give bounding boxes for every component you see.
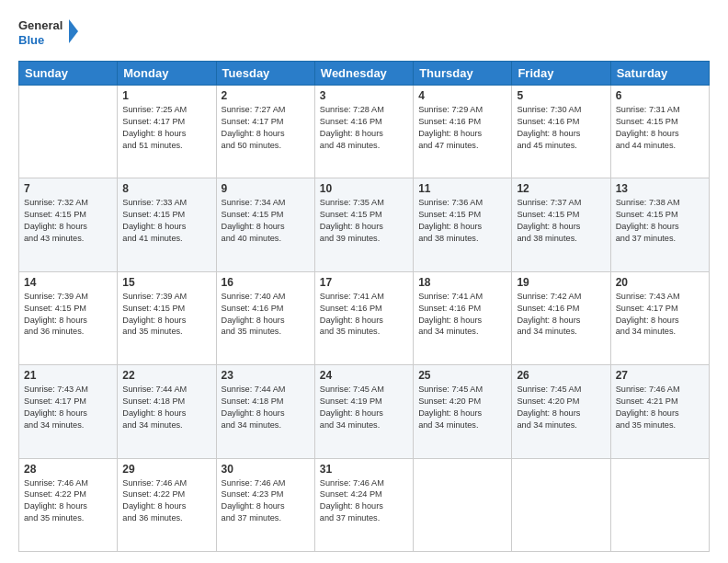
weekday-header-saturday: Saturday [610,62,709,86]
day-info: Sunrise: 7:44 AM Sunset: 4:18 PM Dayligh… [222,384,310,431]
day-number: 28 [24,463,112,476]
day-info: Sunrise: 7:43 AM Sunset: 4:17 PM Dayligh… [24,384,112,431]
weekday-header-sunday: Sunday [19,62,118,86]
calendar-week-row: 7Sunrise: 7:32 AM Sunset: 4:15 PM Daylig… [19,178,710,271]
day-info: Sunrise: 7:43 AM Sunset: 4:17 PM Dayligh… [616,291,704,339]
day-info: Sunrise: 7:42 AM Sunset: 4:16 PM Dayligh… [517,291,605,339]
day-info: Sunrise: 7:38 AM Sunset: 4:15 PM Dayligh… [616,197,704,245]
day-number: 7 [24,182,112,195]
calendar-cell [19,86,118,178]
calendar-cell: 7Sunrise: 7:32 AM Sunset: 4:15 PM Daylig… [19,178,118,271]
calendar-cell: 17Sunrise: 7:41 AM Sunset: 4:16 PM Dayli… [314,271,413,364]
calendar-cell: 13Sunrise: 7:38 AM Sunset: 4:15 PM Dayli… [610,178,709,271]
calendar-cell: 31Sunrise: 7:46 AM Sunset: 4:24 PM Dayli… [314,458,413,551]
day-info: Sunrise: 7:35 AM Sunset: 4:15 PM Dayligh… [320,197,408,245]
day-info: Sunrise: 7:46 AM Sunset: 4:24 PM Dayligh… [320,477,408,525]
calendar-cell: 21Sunrise: 7:43 AM Sunset: 4:17 PM Dayli… [19,365,118,458]
day-number: 13 [616,182,704,195]
calendar-cell: 24Sunrise: 7:45 AM Sunset: 4:19 PM Dayli… [314,365,413,458]
calendar-cell: 27Sunrise: 7:46 AM Sunset: 4:21 PM Dayli… [610,365,709,458]
day-info: Sunrise: 7:41 AM Sunset: 4:16 PM Dayligh… [320,291,408,339]
generalblue-logo: General Blue [18,15,83,52]
day-number: 14 [24,276,112,289]
day-info: Sunrise: 7:46 AM Sunset: 4:23 PM Dayligh… [222,477,310,525]
day-number: 16 [222,276,310,289]
day-number: 24 [320,369,408,382]
day-info: Sunrise: 7:45 AM Sunset: 4:19 PM Dayligh… [320,384,408,431]
calendar-table: SundayMondayTuesdayWednesdayThursdayFrid… [18,61,710,552]
day-info: Sunrise: 7:41 AM Sunset: 4:16 PM Dayligh… [418,291,506,339]
day-info: Sunrise: 7:30 AM Sunset: 4:16 PM Dayligh… [517,104,605,152]
day-number: 31 [320,463,408,476]
calendar-cell: 9Sunrise: 7:34 AM Sunset: 4:15 PM Daylig… [216,178,314,271]
svg-marker-2 [69,19,78,43]
day-number: 10 [320,182,408,195]
day-info: Sunrise: 7:45 AM Sunset: 4:20 PM Dayligh… [418,384,506,431]
calendar-cell: 2Sunrise: 7:27 AM Sunset: 4:17 PM Daylig… [216,86,314,178]
svg-text:General: General [18,18,63,32]
calendar-cell: 23Sunrise: 7:44 AM Sunset: 4:18 PM Dayli… [216,365,314,458]
day-info: Sunrise: 7:27 AM Sunset: 4:17 PM Dayligh… [222,104,310,152]
page: General Blue SundayMondayTuesdayWednesda… [0,0,728,563]
weekday-header-friday: Friday [512,62,610,86]
calendar-cell: 5Sunrise: 7:30 AM Sunset: 4:16 PM Daylig… [512,86,610,178]
day-number: 27 [616,369,704,382]
calendar-cell: 19Sunrise: 7:42 AM Sunset: 4:16 PM Dayli… [512,271,610,364]
calendar-cell: 29Sunrise: 7:46 AM Sunset: 4:22 PM Dayli… [118,458,216,551]
day-info: Sunrise: 7:31 AM Sunset: 4:15 PM Dayligh… [616,104,704,152]
weekday-header-monday: Monday [118,62,216,86]
calendar-cell: 28Sunrise: 7:46 AM Sunset: 4:22 PM Dayli… [19,458,118,551]
weekday-header-thursday: Thursday [414,62,512,86]
weekday-header-row: SundayMondayTuesdayWednesdayThursdayFrid… [19,62,710,86]
day-info: Sunrise: 7:40 AM Sunset: 4:16 PM Dayligh… [222,291,310,339]
calendar-cell: 1Sunrise: 7:25 AM Sunset: 4:17 PM Daylig… [118,86,216,178]
day-number: 25 [418,369,506,382]
day-number: 2 [222,89,310,102]
calendar-cell: 11Sunrise: 7:36 AM Sunset: 4:15 PM Dayli… [414,178,512,271]
calendar-cell: 18Sunrise: 7:41 AM Sunset: 4:16 PM Dayli… [414,271,512,364]
svg-text:Blue: Blue [18,33,44,47]
calendar-cell: 26Sunrise: 7:45 AM Sunset: 4:20 PM Dayli… [512,365,610,458]
day-number: 4 [418,89,506,102]
day-info: Sunrise: 7:32 AM Sunset: 4:15 PM Dayligh… [24,197,112,245]
calendar-cell: 8Sunrise: 7:33 AM Sunset: 4:15 PM Daylig… [118,178,216,271]
day-number: 17 [320,276,408,289]
day-number: 12 [517,182,605,195]
calendar-cell: 3Sunrise: 7:28 AM Sunset: 4:16 PM Daylig… [314,86,413,178]
day-info: Sunrise: 7:46 AM Sunset: 4:22 PM Dayligh… [24,477,112,525]
day-number: 15 [122,276,210,289]
calendar-cell: 30Sunrise: 7:46 AM Sunset: 4:23 PM Dayli… [216,458,314,551]
calendar-cell: 20Sunrise: 7:43 AM Sunset: 4:17 PM Dayli… [610,271,709,364]
logo: General Blue [18,15,83,52]
day-info: Sunrise: 7:25 AM Sunset: 4:17 PM Dayligh… [122,104,210,152]
calendar-week-row: 28Sunrise: 7:46 AM Sunset: 4:22 PM Dayli… [19,458,710,551]
day-number: 26 [517,369,605,382]
calendar-cell: 14Sunrise: 7:39 AM Sunset: 4:15 PM Dayli… [19,271,118,364]
day-number: 21 [24,369,112,382]
day-number: 23 [222,369,310,382]
day-info: Sunrise: 7:33 AM Sunset: 4:15 PM Dayligh… [122,197,210,245]
calendar-cell: 15Sunrise: 7:39 AM Sunset: 4:15 PM Dayli… [118,271,216,364]
day-number: 5 [517,89,605,102]
calendar-cell: 4Sunrise: 7:29 AM Sunset: 4:16 PM Daylig… [414,86,512,178]
day-info: Sunrise: 7:29 AM Sunset: 4:16 PM Dayligh… [418,104,506,152]
day-info: Sunrise: 7:37 AM Sunset: 4:15 PM Dayligh… [517,197,605,245]
day-number: 9 [222,182,310,195]
calendar-cell: 10Sunrise: 7:35 AM Sunset: 4:15 PM Dayli… [314,178,413,271]
day-number: 20 [616,276,704,289]
day-info: Sunrise: 7:36 AM Sunset: 4:15 PM Dayligh… [418,197,506,245]
weekday-header-tuesday: Tuesday [216,62,314,86]
weekday-header-wednesday: Wednesday [314,62,413,86]
day-number: 19 [517,276,605,289]
calendar-week-row: 14Sunrise: 7:39 AM Sunset: 4:15 PM Dayli… [19,271,710,364]
calendar-cell: 16Sunrise: 7:40 AM Sunset: 4:16 PM Dayli… [216,271,314,364]
day-number: 3 [320,89,408,102]
day-info: Sunrise: 7:39 AM Sunset: 4:15 PM Dayligh… [24,291,112,339]
day-info: Sunrise: 7:28 AM Sunset: 4:16 PM Dayligh… [320,104,408,152]
calendar-cell: 22Sunrise: 7:44 AM Sunset: 4:18 PM Dayli… [118,365,216,458]
calendar-week-row: 1Sunrise: 7:25 AM Sunset: 4:17 PM Daylig… [19,86,710,178]
day-number: 18 [418,276,506,289]
calendar-cell: 12Sunrise: 7:37 AM Sunset: 4:15 PM Dayli… [512,178,610,271]
day-info: Sunrise: 7:45 AM Sunset: 4:20 PM Dayligh… [517,384,605,431]
day-info: Sunrise: 7:46 AM Sunset: 4:22 PM Dayligh… [122,477,210,525]
